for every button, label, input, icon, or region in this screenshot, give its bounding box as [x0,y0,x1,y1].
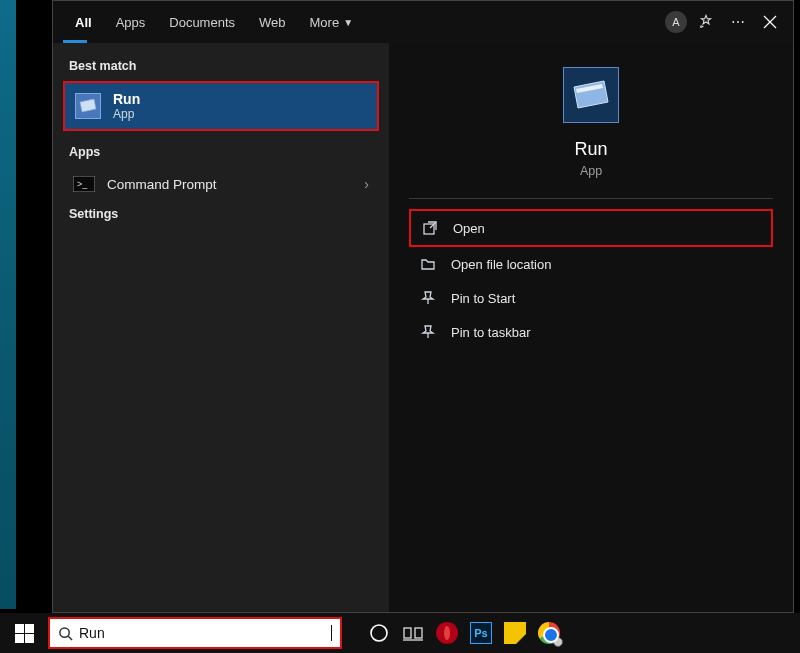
app-detail-card: Run App [409,67,773,178]
best-match-result-run[interactable]: Run App [63,81,379,131]
action-open[interactable]: Open [409,209,773,247]
taskbar-app-photoshop[interactable]: Ps [464,613,498,653]
action-open-file-location[interactable]: Open file location [409,247,773,281]
photoshop-icon: Ps [470,622,492,644]
svg-rect-13 [404,628,411,638]
close-icon[interactable] [757,9,783,35]
settings-header: Settings [59,201,383,229]
search-filter-tabs: All Apps Documents Web More ▼ A ⋯ [53,1,793,43]
photoshop-icon-label: Ps [474,627,487,639]
opera-icon [436,622,458,644]
action-pin-to-taskbar-label: Pin to taskbar [451,325,531,340]
app-detail-subtitle: App [580,164,602,178]
svg-point-10 [60,627,69,636]
more-options-icon[interactable]: ⋯ [725,9,751,35]
action-pin-to-taskbar[interactable]: Pin to taskbar [409,315,773,349]
taskbar: Ps [0,613,800,653]
svg-marker-5 [574,81,608,108]
apps-header: Apps [59,139,383,167]
open-icon [421,219,439,237]
command-prompt-icon: >_ [73,175,95,193]
app-detail-title: Run [574,139,607,160]
svg-line-11 [68,636,72,640]
best-match-title: Run [113,91,140,107]
chevron-right-icon: › [364,176,369,192]
best-match-subtitle: App [113,107,140,121]
feedback-icon[interactable] [693,9,719,35]
sticky-notes-icon [504,622,526,644]
svg-point-12 [371,625,387,641]
tab-documents-label: Documents [169,15,235,30]
cortana-button[interactable] [362,613,396,653]
detail-divider [409,198,773,199]
pin-icon [419,289,437,307]
svg-text:>_: >_ [77,179,88,189]
action-open-label: Open [453,221,485,236]
best-match-header: Best match [59,53,383,81]
action-open-file-location-label: Open file location [451,257,551,272]
desktop-background-sliver [0,0,16,609]
taskbar-search-input[interactable] [79,625,330,641]
pin-taskbar-icon [419,323,437,341]
tab-web-label: Web [259,15,286,30]
tab-web[interactable]: Web [247,1,298,43]
start-button[interactable] [0,613,48,653]
start-search-panel: All Apps Documents Web More ▼ A ⋯ Best m… [52,0,794,613]
result-command-prompt-label: Command Prompt [107,177,217,192]
tab-more[interactable]: More ▼ [298,1,366,43]
text-caret [331,625,332,641]
account-avatar[interactable]: A [665,11,687,33]
taskbar-app-sticky-notes[interactable] [498,613,532,653]
search-icon [58,626,73,641]
tab-documents[interactable]: Documents [157,1,247,43]
taskbar-app-chrome[interactable] [532,613,566,653]
avatar-letter: A [672,16,679,28]
action-pin-to-start-label: Pin to Start [451,291,515,306]
tab-more-label: More [310,15,340,30]
run-app-icon [75,93,101,119]
task-view-button[interactable] [396,613,430,653]
tab-apps[interactable]: Apps [104,1,158,43]
chevron-down-icon: ▼ [343,17,353,28]
results-left-column: Best match Run App Apps >_ Command Pr [53,43,389,612]
action-pin-to-start[interactable]: Pin to Start [409,281,773,315]
result-detail-column: Run App Open Open file location [389,43,793,612]
taskbar-app-opera[interactable] [430,613,464,653]
windows-logo-icon [15,624,34,643]
chrome-icon [538,622,560,644]
tab-all-label: All [75,15,92,30]
run-app-large-icon [563,67,619,123]
folder-icon [419,255,437,273]
result-command-prompt[interactable]: >_ Command Prompt › [63,167,379,201]
svg-rect-14 [415,628,422,638]
svg-marker-2 [80,99,96,112]
tab-all[interactable]: All [63,1,104,43]
tab-apps-label: Apps [116,15,146,30]
taskbar-search-box[interactable] [48,617,342,649]
